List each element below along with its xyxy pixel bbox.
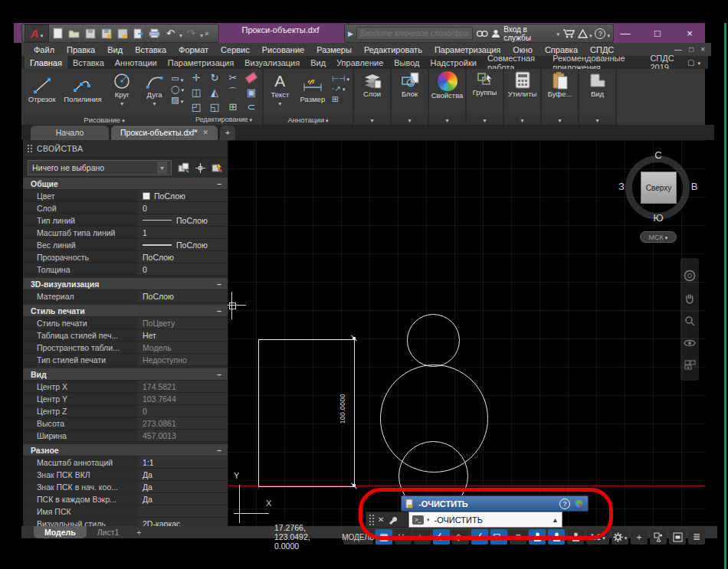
save-as-button[interactable]	[99, 27, 113, 41]
search-expand-icon[interactable]: ▶	[348, 30, 353, 38]
exchange-apps-button[interactable]	[578, 27, 592, 41]
pan-icon[interactable]	[684, 293, 695, 304]
collapse-icon[interactable]	[217, 179, 221, 188]
drawing-canvas[interactable]: 100.0000 Y X С Ю З В Сверху МСК	[228, 140, 705, 526]
ribbon-tab-manage[interactable]: Управление	[331, 54, 389, 70]
crosshair-size-button[interactable]: ＋	[631, 529, 648, 544]
panel-properties-caret[interactable]	[429, 114, 465, 125]
extrude-button[interactable]: ▣	[244, 87, 259, 99]
dimension-button[interactable]: Размер	[297, 74, 329, 103]
erase-button[interactable]	[246, 74, 257, 81]
collapse-icon[interactable]	[217, 306, 221, 316]
tab-add-layout[interactable]: +	[130, 526, 148, 538]
prop-section-3d[interactable]: 3D-визуализация	[23, 278, 228, 290]
panel-clipboard-caret[interactable]	[542, 114, 578, 125]
mirror-button[interactable]: ◭	[208, 87, 222, 99]
app-menu-button[interactable]: A	[25, 25, 49, 42]
prop-section-misc[interactable]: Разное	[23, 444, 228, 456]
user-icon[interactable]	[491, 29, 500, 38]
search-icon[interactable]	[476, 29, 488, 38]
viewcube-face-top[interactable]: Сверху	[641, 172, 677, 204]
zoom-icon[interactable]	[684, 316, 696, 327]
dimension-text[interactable]: 100.0000	[339, 393, 346, 424]
showmotion-icon[interactable]	[684, 360, 696, 370]
viewcube-north[interactable]: С	[651, 149, 666, 161]
panel-draw-footer[interactable]: Рисование	[23, 114, 185, 125]
undo-caret-icon[interactable]	[179, 27, 182, 41]
save-button[interactable]	[83, 27, 97, 41]
panel-groups-caret[interactable]	[467, 114, 503, 125]
panel-properties[interactable]: Свойства	[429, 69, 467, 125]
select-objects-button[interactable]	[195, 163, 205, 173]
ribbon-tab-insert[interactable]: Вставка	[67, 54, 110, 70]
ribbon-tab-annotate[interactable]: Аннотации	[110, 54, 162, 70]
panel-clipboard[interactable]: Буфе...	[542, 69, 579, 125]
save-all-button[interactable]	[115, 27, 130, 41]
ribbon-tab-spds[interactable]: СПДС 2019	[644, 54, 687, 70]
text-button[interactable]: A Текст	[267, 70, 293, 107]
leader-button[interactable]: ◦↗	[332, 84, 349, 93]
panel-view-caret[interactable]	[579, 114, 615, 125]
close-button[interactable]: ×	[674, 24, 706, 42]
print-button[interactable]	[147, 27, 162, 41]
toggle-pickadd-button[interactable]	[178, 162, 189, 173]
ribbon-tab-home[interactable]: Главная	[25, 54, 67, 70]
prop-section-view[interactable]: Вид	[23, 368, 228, 381]
array-button[interactable]: ⊞	[226, 101, 241, 113]
ribbon-tab-addins[interactable]: Надстройки	[425, 54, 482, 70]
viewcube-west[interactable]: З	[616, 181, 627, 192]
panel-block-caret[interactable]	[392, 114, 428, 125]
redo-button[interactable]: ↷	[184, 27, 198, 41]
ribbon-tab-visualize[interactable]: Визуализация	[239, 54, 305, 70]
undo-button[interactable]: ↶	[163, 27, 178, 41]
qat-expand-icon[interactable]: »	[205, 29, 208, 38]
prop-section-plotstyle[interactable]: Стиль печати	[23, 305, 228, 317]
isolate-objects-button[interactable]	[650, 529, 667, 544]
circle-small-top-entity[interactable]	[407, 314, 460, 367]
ribbon-tab-output[interactable]: Вывод	[389, 54, 425, 70]
panel-utilities[interactable]: Утилиты	[504, 69, 542, 125]
file-tab-new[interactable]: +	[220, 126, 235, 140]
help-button[interactable]: ?	[595, 27, 610, 41]
circle-button[interactable]: Круг	[106, 70, 137, 107]
doc-minimize-icon[interactable]: —	[674, 45, 682, 54]
stretch-button[interactable]: ◰	[189, 101, 204, 113]
collapse-icon[interactable]	[217, 370, 221, 379]
line-button[interactable]: Отрезок	[25, 74, 59, 103]
ribbon-tab-featured-apps[interactable]: Рекомендованные приложения	[547, 54, 644, 70]
status-menu-button[interactable]: ≣	[688, 529, 705, 544]
rectangle-button[interactable]: ▭	[171, 74, 184, 83]
wcs-dropdown[interactable]: МСК	[640, 231, 677, 243]
doc-restore-icon[interactable]: □	[689, 45, 694, 54]
ribbon-tab-parametric[interactable]: Параметризация	[162, 54, 239, 70]
collapse-icon[interactable]	[217, 280, 221, 289]
prop-section-general[interactable]: Общие	[23, 178, 228, 190]
viewcube-south[interactable]: Ю	[651, 212, 666, 224]
lasso-button[interactable]: ⊂	[244, 101, 259, 113]
scale-button[interactable]: ◱	[208, 101, 222, 113]
dimension-line[interactable]	[354, 339, 355, 486]
new-file-button[interactable]	[51, 27, 65, 41]
minimize-button[interactable]: —	[609, 24, 641, 42]
signin-button[interactable]: Вход в службы	[503, 25, 559, 42]
panel-layers[interactable]: Слои	[354, 69, 392, 125]
open-file-button[interactable]	[67, 27, 81, 41]
arc-button[interactable]: Дуга	[139, 70, 169, 107]
copy-button[interactable]: ◫	[189, 87, 204, 99]
coordinates-display[interactable]: 17.2766, 123.0492, 0.0000	[270, 523, 341, 551]
hatch-button[interactable]: ▨	[171, 95, 184, 105]
panel-block[interactable]: Блок	[392, 69, 429, 125]
ribbon-display-button[interactable]: ▢	[687, 58, 708, 67]
linear-dim-button[interactable]: ⊢⊣	[332, 74, 349, 83]
palette-grip[interactable]	[28, 145, 32, 152]
polyline-button[interactable]: Полилиния	[61, 74, 104, 103]
move-button[interactable]: ✛	[189, 72, 204, 84]
ribbon-tab-collaborate[interactable]: Совместная работа	[482, 54, 547, 70]
panel-groups[interactable]: Группы	[467, 69, 504, 125]
collapse-icon[interactable]	[217, 446, 221, 455]
ribbon-tab-view[interactable]: Вид	[305, 54, 331, 70]
clean-screen-button[interactable]	[669, 529, 686, 544]
navwheel-icon[interactable]	[684, 270, 696, 282]
customization-gear-button[interactable]	[612, 529, 628, 544]
rotate-button[interactable]: ↻	[208, 72, 222, 84]
